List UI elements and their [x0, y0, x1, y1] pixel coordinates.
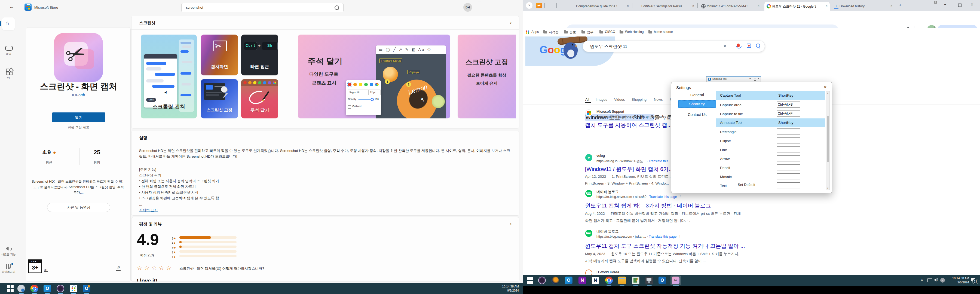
tab-close-icon[interactable]: × [757, 4, 759, 8]
back-icon[interactable]: ← [9, 4, 14, 10]
tab-close-icon[interactable]: × [891, 4, 892, 8]
dialog-nav-contact[interactable]: Contact Us [682, 113, 712, 117]
result-url[interactable]: https://m.blog.naver.com › jwkan... · Tr… [597, 235, 682, 238]
tab-download-history[interactable]: ↓ Download history × [832, 2, 894, 11]
close-window-icon[interactable]: × [971, 2, 973, 7]
taskbar-remote-app-icon[interactable] [646, 277, 653, 284]
sidebar-item-home[interactable]: ⌂ [2, 17, 15, 30]
open-button[interactable]: 열기 [52, 113, 105, 122]
shortkey-input-mosaic[interactable] [776, 173, 800, 180]
screenshot-tile-annotate[interactable]: 주석 달기 [241, 79, 278, 118]
notification-count-badge[interactable]: 23 [972, 279, 978, 284]
taskbar-camera-app-icon[interactable] [538, 277, 546, 284]
tab-close-icon[interactable]: × [627, 4, 629, 8]
scrollbar-thumb[interactable] [827, 116, 829, 162]
clear-icon[interactable]: × [723, 43, 727, 49]
bookmark-folder-cisco[interactable]: CISCO [605, 30, 615, 34]
snip-close-icon[interactable]: × [757, 77, 759, 80]
tab-fortinac-vm[interactable]: fortinac:7.4::FortiNAC-VM-CA × [699, 2, 762, 11]
taskbar-editor-app-icon[interactable] [632, 277, 640, 284]
maximize-window-icon[interactable] [958, 3, 961, 7]
gnav-videos[interactable]: Videos [614, 97, 625, 102]
dialog-scrollbar[interactable]: ∧ ∨ [826, 91, 830, 190]
dialog-nav-shortkey-selected[interactable]: ShortKey [678, 100, 716, 108]
new-tab-button[interactable]: + [899, 2, 902, 8]
set-default-button[interactable]: Set Default [738, 183, 755, 187]
bookmark-folder-homesource[interactable]: home source [654, 30, 673, 34]
google-search-box[interactable]: 윈도우 스크린샷 11 × [582, 41, 765, 52]
result-title-link[interactable]: 윈도우11 캡처 도구 스크린샷 자동저장 기능 켜거나 끄는법 알아 ... [585, 242, 745, 250]
taskbar-chrome-icon[interactable] [30, 285, 38, 292]
result-brand[interactable]: Microsoft Support [597, 110, 624, 113]
store-search-value[interactable]: screenshot [186, 5, 204, 10]
opacity-slider[interactable] [358, 99, 372, 100]
shortkey-input-arrow[interactable] [776, 156, 800, 161]
shortkey-input-text[interactable] [776, 183, 800, 188]
result-brand[interactable]: ITWorld Korea [597, 270, 619, 274]
bookmark-folder-2[interactable]: 동호 [570, 30, 576, 35]
shortkey-input-capture-area[interactable] [776, 102, 800, 108]
taskbar-money-app-icon[interactable] [551, 277, 559, 284]
tray-status-icon[interactable]: × [940, 278, 945, 283]
taskbar-camera-app-icon[interactable] [57, 285, 64, 292]
avatar[interactable]: DH [463, 3, 472, 12]
result-title-link[interactable]: 캡처 도구를 사용하여 스크린샷 캡... [585, 121, 672, 129]
outlined-checkbox[interactable] [348, 105, 351, 109]
translate-link[interactable]: Translate this page [649, 235, 677, 238]
taskbar-notion-icon[interactable]: N [592, 277, 599, 284]
taskbar-screenshot-app-active[interactable]: ✂ [670, 275, 681, 285]
tab-close-icon[interactable]: × [826, 4, 827, 8]
gnav-news[interactable]: News [654, 97, 663, 102]
tab-comprehensive-guide[interactable]: Comprehensive guide for a sim × [568, 2, 631, 11]
tray-network-icon[interactable] [928, 278, 932, 282]
taskbar-clock-right[interactable]: 10:14:38 AM9/5/2024 [947, 276, 969, 284]
chevron-right-icon[interactable]: › [510, 221, 512, 227]
translate-link[interactable]: Translate this page [649, 195, 677, 199]
search-magnifier-icon[interactable] [756, 44, 760, 48]
gnav-shopping[interactable]: Shopping [632, 97, 646, 102]
chevron-right-icon[interactable]: › [510, 19, 512, 25]
snip-minimize-icon[interactable]: − [749, 77, 751, 80]
result-brand[interactable]: 네이버 블로그 [597, 189, 619, 194]
tab-fortinac-settings[interactable]: FortiNAC Settings for Persistent × [634, 2, 696, 11]
shortkey-input-ellipse[interactable] [776, 137, 800, 143]
shortkey-input-line[interactable] [776, 146, 800, 153]
sidebar-item-apps[interactable]: 앱 [0, 68, 17, 83]
minimize-window-icon[interactable]: − [944, 2, 946, 6]
result-title-link[interactable]: 윈도우11 캡쳐 쉽게 하는 3가지 방법 - 네이버 블로그 [585, 202, 711, 209]
show-more-link[interactable]: 자세히 표시 [139, 208, 158, 213]
apps-grid-icon[interactable] [526, 30, 530, 34]
font-select[interactable]: Segou UI [348, 89, 369, 95]
google-query[interactable]: 윈도우 스크린샷 11 [590, 44, 627, 49]
taskbar-outlook-icon[interactable]: O [565, 277, 573, 284]
dialog-nav-general[interactable]: General [682, 93, 712, 97]
snip-maximize-icon[interactable] [754, 78, 756, 81]
sidebar-item-whats-new[interactable]: 새로운 기능 [0, 245, 17, 261]
gnav-images[interactable]: Images [596, 97, 607, 102]
mic-icon[interactable] [737, 44, 740, 48]
share-icon[interactable]: ⇗ [116, 265, 121, 271]
sidebar-item-gaming[interactable]: 게임 [0, 44, 17, 60]
store-search-input[interactable]: screenshot [181, 3, 344, 12]
tab-google-search-active[interactable]: 윈도우 스크린샷 11 - Google Se × [764, 2, 830, 11]
screenshot-tile-capture-screen[interactable]: ✂ 캡쳐화면 [201, 35, 238, 75]
taskbar-onenote-icon[interactable]: N [579, 277, 586, 284]
result-url[interactable]: https://support.microsoft.com › ko-kr › … [597, 115, 673, 119]
sidebar-item-library[interactable]: 라이브러리 [0, 262, 17, 279]
pin-window-icon[interactable] [934, 1, 937, 3]
dialog-close-icon[interactable]: × [824, 84, 827, 90]
result-title-link[interactable]: [Window11 / 윈도우] 화면 캡쳐 6가... [585, 165, 673, 173]
pinned-tab-solarwinds-icon[interactable] [536, 3, 542, 8]
tab-search-button[interactable]: ∨ [526, 2, 533, 9]
lens-icon[interactable] [747, 44, 751, 48]
result-brand[interactable]: 네이버 블로그 [597, 229, 619, 234]
result-menu-icon[interactable]: ⋮ [678, 235, 682, 238]
gnav-all[interactable]: All [585, 97, 589, 102]
shortkey-input-rectangle[interactable] [776, 129, 800, 135]
taskbar-outlook-icon[interactable]: O [43, 285, 51, 292]
screenshot-tile-pin-large[interactable]: 스크린샷 고정 필요한 콘텐츠를 항상 보이게 유지 [458, 35, 516, 118]
taskbar-store-icon[interactable] [70, 285, 77, 292]
size-select[interactable]: 12 pt [369, 89, 380, 95]
screenshot-tile-annotate-large[interactable]: 주석 달기 다양한 도구로 콘텐츠 표시 ▭ ◯ ╱ ↗ ✎ ◧ Aa ① Fr… [298, 35, 450, 118]
taskbar-explorer-icon[interactable] [618, 277, 626, 284]
